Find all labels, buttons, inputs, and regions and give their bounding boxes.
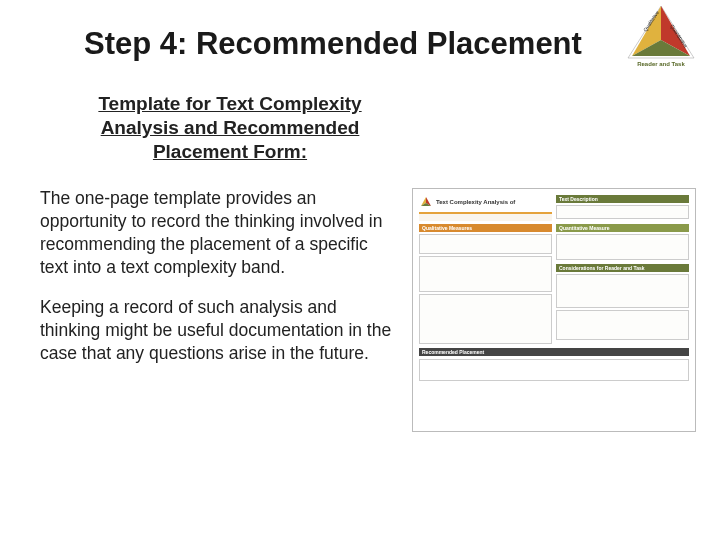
template-thumbnail: Text Complexity Analysis of Text Descrip… xyxy=(412,188,696,432)
thumb-band xyxy=(419,212,552,221)
thumb-recommended-bar: Recommended Placement xyxy=(419,348,689,356)
thumb-reader-box-2 xyxy=(556,310,689,340)
thumb-qual-box-2 xyxy=(419,256,552,292)
thumb-qualitative-bar: Qualitative Measures xyxy=(419,224,552,232)
mini-triangle-icon xyxy=(419,196,433,208)
thumb-reader-task-bar: Considerations for Reader and Task xyxy=(556,264,689,272)
template-subtitle: Template for Text Complexity Analysis an… xyxy=(60,92,400,163)
thumb-recommended-box xyxy=(419,359,689,381)
thumb-qual-box-1 xyxy=(419,234,552,254)
thumb-text-description-bar: Text Description xyxy=(556,195,689,203)
thumb-quant-box xyxy=(556,234,689,260)
triangle-icon: Qualitative Quantitative Reader and Task xyxy=(622,4,700,72)
paragraph-1: The one-page template provides an opport… xyxy=(40,187,400,278)
thumb-qual-box-3 xyxy=(419,294,552,344)
complexity-triangle-logo: Qualitative Quantitative Reader and Task xyxy=(622,4,700,72)
paragraph-2: Keeping a record of such analysis and th… xyxy=(40,296,400,364)
svg-text:Reader and Task: Reader and Task xyxy=(637,61,685,67)
body-column: The one-page template provides an opport… xyxy=(40,187,400,364)
slide-title: Step 4: Recommended Placement xyxy=(84,26,680,62)
thumb-reader-box-1 xyxy=(556,274,689,308)
subtitle-text: Template for Text Complexity Analysis an… xyxy=(98,93,361,162)
thumb-text-description-box xyxy=(556,205,689,219)
thumb-title: Text Complexity Analysis of xyxy=(436,199,515,205)
thumb-quantitative-bar: Quantitative Measure xyxy=(556,224,689,232)
